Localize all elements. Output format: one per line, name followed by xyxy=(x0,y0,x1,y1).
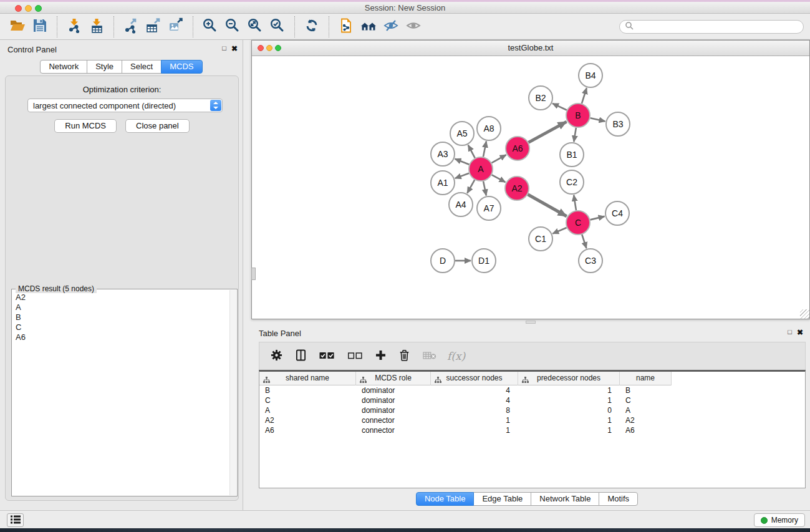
result-item-a6[interactable]: A6 xyxy=(12,332,229,342)
zoom-in-button[interactable] xyxy=(199,16,221,37)
table-cell[interactable]: 1 xyxy=(518,415,620,425)
window-edge-grip[interactable] xyxy=(251,268,256,280)
edge-A-A5[interactable] xyxy=(468,145,475,158)
table-row[interactable]: Bdominator41B xyxy=(259,385,805,395)
node-C4[interactable]: C4 xyxy=(605,201,629,225)
table-cell[interactable]: A xyxy=(259,405,356,415)
table-cell[interactable]: dominator xyxy=(356,395,431,405)
tab-style[interactable]: Style xyxy=(87,60,122,74)
import-table-button[interactable] xyxy=(85,16,108,37)
table-cell[interactable]: A6 xyxy=(259,425,356,435)
result-item-a2[interactable]: A2 xyxy=(12,293,229,302)
node-D1[interactable]: D1 xyxy=(472,249,496,273)
open-session-button[interactable] xyxy=(6,16,29,37)
tab-mcds[interactable]: MCDS xyxy=(161,60,202,74)
close-panel-button[interactable]: Close panel xyxy=(125,119,190,133)
delete-table-button[interactable] xyxy=(423,351,436,362)
column-header-shared-name[interactable]: shared name xyxy=(259,372,356,385)
network-window-titlebar[interactable]: testGlobe.txt xyxy=(252,41,809,56)
export-table-button[interactable] xyxy=(142,16,165,37)
run-mcds-button[interactable]: Run MCDS xyxy=(54,119,117,133)
table-cell[interactable]: 4 xyxy=(431,385,518,395)
table-row[interactable]: Cdominator41C xyxy=(259,395,805,405)
node-A3[interactable]: A3 xyxy=(431,142,455,166)
table-cell[interactable]: 4 xyxy=(431,395,518,405)
hide-details-button[interactable] xyxy=(380,16,402,37)
node-B3[interactable]: B3 xyxy=(606,112,630,136)
edge-C-C1[interactable] xyxy=(552,228,566,234)
network-graph[interactable]: B4B2BB3A8A5A6A3B1AC2A1A2A4A7C4CC1C3DD1 xyxy=(252,56,809,319)
table-cell[interactable]: 1 xyxy=(518,385,620,395)
function-builder-button[interactable]: f(x) xyxy=(447,350,465,362)
table-cell[interactable]: dominator xyxy=(356,405,431,415)
table-cell[interactable]: 1 xyxy=(431,425,518,435)
node-A7[interactable]: A7 xyxy=(477,196,501,220)
table-cell[interactable]: B xyxy=(259,385,356,395)
node-A5[interactable]: A5 xyxy=(450,122,474,145)
show-columns-button[interactable] xyxy=(296,349,306,363)
node-D[interactable]: D xyxy=(431,249,455,273)
column-header-predecessor-nodes[interactable]: predecessor nodes xyxy=(518,372,620,385)
table-cell[interactable]: 0 xyxy=(518,405,620,415)
node-B4[interactable]: B4 xyxy=(579,64,602,87)
node-B2[interactable]: B2 xyxy=(529,86,552,110)
close-table-panel-icon[interactable]: ✖ xyxy=(797,328,803,337)
criterion-dropdown[interactable]: largest connected component (directed) xyxy=(27,99,223,112)
result-item-a[interactable]: A xyxy=(12,302,229,312)
table-cell[interactable]: 1 xyxy=(518,395,620,405)
memory-button[interactable]: Memory xyxy=(754,513,805,527)
network-canvas[interactable]: B4B2BB3A8A5A6A3B1AC2A1A2A4A7C4CC1C3DD1 xyxy=(252,56,809,319)
table-cell[interactable]: B xyxy=(620,385,672,395)
edge-A2-C[interactable] xyxy=(528,195,566,216)
edge-B-B4[interactable] xyxy=(582,88,587,104)
table-cell[interactable]: 8 xyxy=(431,405,518,415)
zoom-out-button[interactable] xyxy=(221,16,244,37)
edge-C-C2[interactable] xyxy=(574,195,576,210)
table-row[interactable]: Adominator80A xyxy=(259,405,805,415)
table-row[interactable]: A2connector11A2 xyxy=(259,415,805,425)
edge-A-A7[interactable] xyxy=(483,181,486,196)
table-cell[interactable]: A xyxy=(620,405,672,415)
result-item-b[interactable]: B xyxy=(12,312,229,322)
tab-network[interactable]: Network xyxy=(40,60,87,74)
import-network-button[interactable] xyxy=(63,16,85,37)
save-session-button[interactable] xyxy=(29,16,51,37)
node-A8[interactable]: A8 xyxy=(477,117,501,140)
edge-B-B2[interactable] xyxy=(552,104,567,110)
edge-C-C3[interactable] xyxy=(582,235,586,248)
table-cell[interactable]: A2 xyxy=(259,415,356,425)
table-tab-node-table[interactable]: Node Table xyxy=(416,492,475,506)
node-C3[interactable]: C3 xyxy=(579,249,602,273)
table-cell[interactable]: dominator xyxy=(356,385,431,395)
table-cell[interactable]: connector xyxy=(356,415,431,425)
table-cell[interactable]: 1 xyxy=(431,415,518,425)
zoom-selected-button[interactable] xyxy=(266,16,289,37)
node-A6[interactable]: A6 xyxy=(506,137,529,160)
show-panels-button[interactable] xyxy=(7,513,24,527)
add-column-button[interactable] xyxy=(375,350,386,362)
search-input[interactable] xyxy=(637,22,798,31)
float-panel-icon[interactable]: □ xyxy=(222,44,226,52)
show-details-button[interactable] xyxy=(402,16,425,37)
refresh-button[interactable] xyxy=(301,16,323,37)
edge-A-A8[interactable] xyxy=(483,142,486,157)
export-image-button[interactable] xyxy=(165,16,187,37)
close-panel-icon[interactable]: ✖ xyxy=(231,44,238,53)
node-A1[interactable]: A1 xyxy=(431,171,455,195)
column-header-mcds-role[interactable]: MCDS role xyxy=(356,372,431,385)
edge-C-C4[interactable] xyxy=(590,216,604,220)
edge-A-A6[interactable] xyxy=(491,155,506,163)
edge-B-B1[interactable] xyxy=(574,128,576,142)
edge-A6-B[interactable] xyxy=(529,122,567,142)
node-C2[interactable]: C2 xyxy=(560,170,584,194)
table-tab-motifs[interactable]: Motifs xyxy=(599,492,638,506)
edge-B-B3[interactable] xyxy=(591,118,605,121)
select-all-button[interactable] xyxy=(319,352,335,361)
node-A2[interactable]: A2 xyxy=(505,177,529,200)
node-A[interactable]: A xyxy=(469,157,493,181)
edge-A-A4[interactable] xyxy=(467,180,475,193)
table-cell[interactable]: A2 xyxy=(620,415,672,425)
node-A4[interactable]: A4 xyxy=(449,193,473,216)
table-row[interactable]: A6connector11A6 xyxy=(259,425,805,435)
node-B1[interactable]: B1 xyxy=(560,143,584,167)
